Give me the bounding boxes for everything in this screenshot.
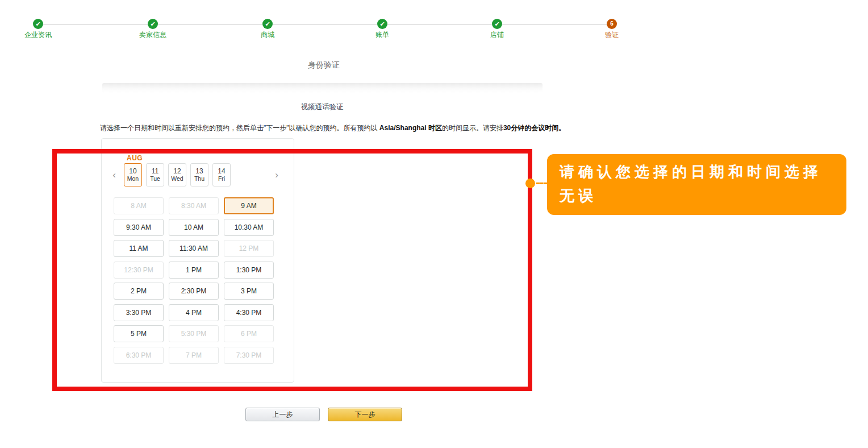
time-slot[interactable]: 1:30 PM [224,262,274,279]
step-check-icon: ✔ [377,19,387,29]
time-slot[interactable]: 2 PM [114,283,164,300]
date-weekday: Wed [171,175,183,182]
date-option-fri[interactable]: 14Fri [212,163,231,186]
date-option-mon[interactable]: 10Mon [124,163,142,186]
time-slot: 6:30 PM [114,347,164,364]
progress-stepper: ✔企业资讯✔卖家信息✔商城✔账单✔店铺6验证 [0,0,868,45]
date-strip: 10Mon11Tue12Wed13Thu14Fri [124,163,231,186]
time-slot[interactable]: 1 PM [169,262,219,279]
date-day: 12 [173,167,181,175]
instruction-duration: 30分钟的会议时间。 [503,124,565,132]
stepper-step-6: 6验证 [583,19,640,39]
date-day: 10 [129,167,136,175]
step-check-icon: ✔ [33,19,43,29]
instruction-timezone: Asia/Shanghai 时区 [379,124,442,132]
time-slot: 8:30 AM [169,197,219,214]
instruction-segment: 的时间显示。请安排 [442,124,503,132]
step-label: 卖家信息 [124,31,181,39]
annotation-callout: 请确认您选择的日期和时间选择 无误 [547,154,846,215]
next-dates-arrow-icon[interactable]: › [272,169,281,181]
date-weekday: Thu [194,175,205,182]
date-day: 11 [152,167,158,175]
time-slot[interactable]: 9 AM [224,197,274,214]
step-label: 账单 [354,31,411,39]
annotation-connector-dot [525,179,535,188]
date-weekday: Tue [150,175,160,182]
stepper-step-4: ✔账单 [354,19,411,39]
time-slot[interactable]: 5 PM [114,325,164,342]
step-check-icon: ✔ [492,19,502,29]
step-label: 店铺 [469,31,525,39]
section-divider [102,83,542,93]
time-slot: 12:30 PM [114,262,164,279]
time-slot[interactable]: 3 PM [224,283,274,300]
callout-text-line1: 请确认您选择的日期和时间选择 [560,160,837,184]
previous-step-button[interactable]: 上一步 [245,408,320,421]
step-check-icon: ✔ [148,19,158,29]
time-slot[interactable]: 10:30 AM [224,219,274,236]
step-number-badge: 6 [607,19,617,29]
date-weekday: Fri [218,175,225,182]
step-label: 验证 [583,31,640,39]
time-slot[interactable]: 4 PM [169,304,219,321]
step-label: 企业资讯 [10,31,66,39]
step-check-icon: ✔ [262,19,273,29]
month-label: AUG [127,154,143,162]
time-slot: 7:30 PM [224,347,274,364]
date-option-wed[interactable]: 12Wed [168,163,186,186]
time-slot[interactable]: 2:30 PM [169,283,219,300]
time-slot[interactable]: 11 AM [114,240,164,257]
time-slot: 8 AM [114,197,164,214]
instruction-text: 请选择一个日期和时间以重新安排您的预约，然后单击"下一步"以确认您的预约。所有预… [100,123,565,133]
date-option-tue[interactable]: 11Tue [146,163,164,186]
time-slot[interactable]: 9:30 AM [114,219,164,236]
time-slot[interactable]: 10 AM [169,219,219,236]
annotation-connector-line [536,182,547,184]
time-slot-grid: 8 AM8:30 AM9 AM9:30 AM10 AM10:30 AM11 AM… [114,197,274,364]
prev-dates-arrow-icon[interactable]: ‹ [110,169,119,181]
time-slot[interactable]: 11:30 AM [169,240,219,257]
page-title: 身份验证 [0,60,648,70]
date-option-thu[interactable]: 13Thu [190,163,208,186]
date-weekday: Mon [127,175,139,182]
time-slot: 6 PM [224,325,274,342]
time-slot: 7 PM [169,347,219,364]
appointment-scheduler-card: AUG ‹ › 10Mon11Tue12Wed13Thu14Fri 8 AM8:… [101,138,294,383]
date-day: 13 [195,167,203,175]
time-slot: 5:30 PM [169,325,219,342]
time-slot[interactable]: 3:30 PM [114,304,164,321]
callout-text-line2: 无误 [560,184,837,208]
date-day: 14 [218,167,225,175]
next-step-button[interactable]: 下一步 [328,408,402,421]
stepper-step-5: ✔店铺 [469,19,525,39]
stepper-step-2: ✔卖家信息 [124,19,181,39]
stepper-step-1: ✔企业资讯 [10,19,66,39]
instruction-segment: 请选择一个日期和时间以重新安排您的预约，然后单击"下一步"以确认您的预约。所有预… [100,124,379,132]
step-label: 商城 [239,31,296,39]
time-slot: 12 PM [224,240,274,257]
time-slot[interactable]: 4:30 PM [224,304,274,321]
section-title: 视频通话验证 [0,102,644,112]
stepper-step-3: ✔商城 [239,19,296,39]
